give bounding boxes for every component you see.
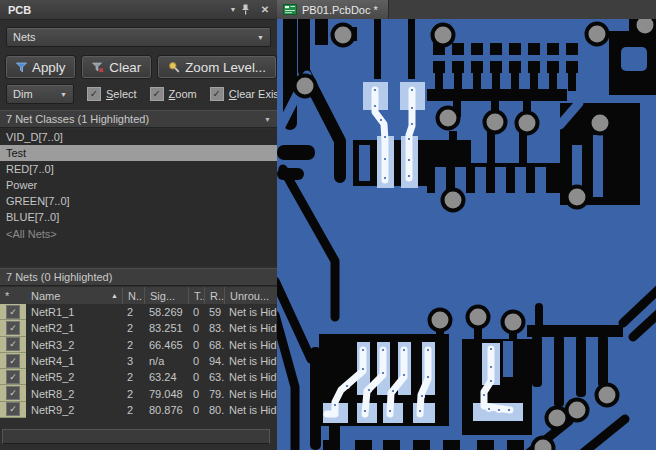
zoom-level-label: Zoom Level... <box>185 60 266 75</box>
net-name: NetR8_2 <box>26 385 122 401</box>
track-nodes <box>421 395 423 397</box>
smd-pad-grid <box>471 43 483 55</box>
net-row[interactable]: ✓NetR9_2280.876080.Net is Hid <box>0 402 277 418</box>
track-nodes <box>403 349 405 351</box>
unrouted-status: Net is Hid <box>224 353 277 369</box>
column-header-unrouted[interactable]: Unrou... <box>224 287 277 304</box>
track-nodes <box>368 389 370 391</box>
pcb-canvas-wrap <box>277 19 656 450</box>
t-value: 0 <box>188 402 204 418</box>
comb-slots <box>475 167 486 193</box>
check-icon: ✓ <box>150 87 164 101</box>
net-name: NetR5_2 <box>26 369 122 385</box>
close-icon[interactable]: ✕ <box>257 0 273 19</box>
via <box>485 112 506 133</box>
smd-pad-grid <box>490 61 502 73</box>
zoom-level-button[interactable]: Zoom Level... <box>158 56 276 78</box>
chevron-down-icon[interactable]: ▼ <box>225 0 241 19</box>
edge-pads <box>443 440 460 450</box>
net-row[interactable]: ✓NetR3_2266.465068.Net is Hid <box>0 337 277 353</box>
net-class-item[interactable]: Test <box>0 145 277 161</box>
column-header-name[interactable]: Name ▲ <box>26 287 122 304</box>
net-name: NetR4_1 <box>26 353 122 369</box>
panel-mode-select[interactable]: Nets ▼ <box>6 27 271 47</box>
net-classes-header[interactable]: 7 Net Classes (1 Highlighted) ▼ <box>0 110 277 128</box>
net-row[interactable]: ✓NetR4_13n/a094.Net is Hid <box>0 353 277 369</box>
net-class-item[interactable]: GREEN[7..0] <box>0 193 277 209</box>
column-header-routed[interactable]: R... <box>204 287 224 304</box>
trace <box>277 145 315 160</box>
apply-label: Apply <box>32 60 65 75</box>
tab-pb01-pcbdoc[interactable]: PB01.PcbDoc * <box>277 0 389 19</box>
net-visibility-cell: ✓ <box>0 385 26 401</box>
checkbox-checked[interactable]: ✓ <box>6 386 20 400</box>
zoom-checkbox[interactable]: ✓ Zoom <box>150 87 197 101</box>
net-row[interactable]: ✓NetR8_2279.048079.Net is Hid <box>0 385 277 401</box>
net-class-item[interactable]: <All Nets> <box>0 226 277 242</box>
track-nodes <box>419 410 421 412</box>
net-visibility-cell: ✓ <box>0 304 26 320</box>
dim-value: Dim <box>13 88 33 100</box>
net-visibility-cell: ✓ <box>0 337 26 353</box>
net-class-item[interactable]: VID_D[7..0] <box>0 129 277 145</box>
routed-value: 83. <box>204 320 224 336</box>
net-classes-header-label: 7 Net Classes (1 Highlighted) <box>6 113 149 125</box>
comb-slots <box>435 167 446 193</box>
smd-pad-grid <box>509 43 521 55</box>
checkbox-checked[interactable]: ✓ <box>6 370 20 384</box>
nets-header[interactable]: 7 Nets (0 Highlighted) <box>0 268 277 286</box>
column-header-star[interactable]: * <box>0 287 26 304</box>
track-nodes <box>362 368 364 370</box>
net-row[interactable]: ✓NetR2_1283.251083.Net is Hid <box>0 320 277 336</box>
pin-icon[interactable] <box>241 4 257 15</box>
net-row[interactable]: ✓NetR1_1258.269059Net is Hid <box>0 304 277 320</box>
column-header-node-count[interactable]: N.. <box>122 287 144 304</box>
net-name: NetR1_1 <box>26 304 122 320</box>
column-header-t[interactable]: T... <box>188 287 204 304</box>
routed-value: 94. <box>204 353 224 369</box>
net-class-item[interactable]: RED[7..0] <box>0 161 277 177</box>
edge-pads <box>507 440 524 450</box>
slot <box>503 341 513 377</box>
via <box>443 190 464 211</box>
via <box>533 438 554 450</box>
comb-slots <box>515 167 526 193</box>
clear-button[interactable]: Clear <box>82 56 151 78</box>
track-nodes <box>490 366 492 368</box>
checkbox-checked[interactable]: ✓ <box>6 337 20 351</box>
comb-slots <box>535 167 546 193</box>
net-class-item[interactable]: BLUE[7..0] <box>0 209 277 225</box>
panel-title: PCB <box>8 4 31 16</box>
chevron-down-icon: ▼ <box>60 91 67 98</box>
checkbox-checked[interactable]: ✓ <box>6 402 20 416</box>
signal-length: 83.251 <box>144 320 188 336</box>
via <box>430 310 451 331</box>
net-class-item[interactable]: Power <box>0 177 277 193</box>
dim-select[interactable]: Dim ▼ <box>6 84 74 104</box>
trace <box>408 19 415 79</box>
column-header-signal-length[interactable]: Sig... <box>144 287 188 304</box>
edge-pads <box>413 440 430 450</box>
track-nodes <box>488 408 490 410</box>
checkbox-checked[interactable]: ✓ <box>6 305 20 319</box>
unrouted-status: Net is Hid <box>224 385 277 401</box>
track-nodes <box>334 404 336 406</box>
select-checkbox[interactable]: ✓ Select <box>87 87 137 101</box>
checkbox-checked[interactable]: ✓ <box>6 321 20 335</box>
document-tab-bar: PB01.PcbDoc * <box>277 0 656 20</box>
apply-button[interactable]: Apply <box>6 56 75 78</box>
net-visibility-cell: ✓ <box>0 369 26 385</box>
smd-pad-grid <box>566 61 578 73</box>
nets-table-body: ✓NetR1_1258.269059Net is Hid✓NetR2_1283.… <box>0 304 277 418</box>
trace-comb <box>454 73 462 91</box>
net-row[interactable]: ✓NetR5_2263.24063.Net is Hid <box>0 369 277 385</box>
track-nodes <box>408 175 410 177</box>
track-nodes <box>508 409 510 411</box>
trace-comb <box>568 73 576 91</box>
edge-pads <box>383 440 400 450</box>
chevron-down-icon: ▼ <box>264 116 271 123</box>
pcb-canvas[interactable] <box>277 19 656 450</box>
pcb-panel: PCB ▼ ✕ Nets ▼ Apply Clear Zoom Level... <box>0 0 277 450</box>
checkbox-checked[interactable]: ✓ <box>6 354 20 368</box>
track-nodes <box>364 410 366 412</box>
